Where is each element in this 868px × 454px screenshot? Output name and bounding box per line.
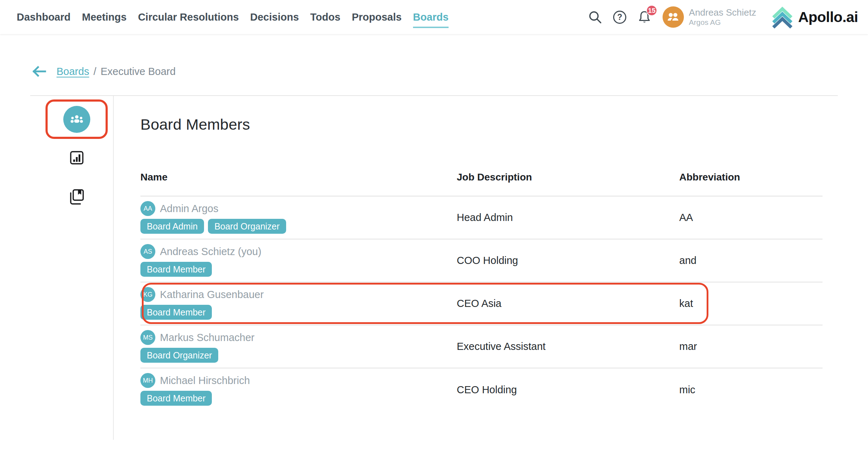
table-row-andreas-schietz[interactable]: AS Andreas Schietz (you) Board Member CO… xyxy=(140,239,823,282)
poll-chart-icon xyxy=(70,150,84,165)
content-area: Board Members Name Job Description Abbre… xyxy=(30,96,838,440)
role-badge: Board Organizer xyxy=(140,348,218,363)
nav-boards[interactable]: Boards xyxy=(413,6,449,28)
nav-circular-resolutions[interactable]: Circular Resolutions xyxy=(138,6,239,28)
job-description: COO Holding xyxy=(457,239,679,282)
member-name: Katharina Gusenbauer xyxy=(160,289,264,301)
column-name: Name xyxy=(140,172,457,183)
apollo-logo-mark xyxy=(771,6,794,28)
member-name: Michael Hirschbrich xyxy=(160,375,250,387)
member-name: Admin Argos xyxy=(160,203,218,215)
board-books-icon xyxy=(69,189,85,205)
table-row-markus-schumacher[interactable]: MS Markus Schumacher Board Organizer Exe… xyxy=(140,325,823,368)
column-abbreviation: Abbreviation xyxy=(679,172,823,183)
role-badge: Board Member xyxy=(140,391,212,406)
bell-icon[interactable]: 15 xyxy=(637,9,652,25)
avatar: AS xyxy=(140,244,155,259)
main-nav: Dashboard Meetings Circular Resolutions … xyxy=(17,6,449,28)
members-table: Name Job Description Abbreviation AA Adm… xyxy=(140,172,823,411)
role-badge: Board Admin xyxy=(140,219,204,234)
table-row-michael-hirschbrich[interactable]: MH Michael Hirschbrich Board Member CEO … xyxy=(140,368,823,411)
search-icon[interactable] xyxy=(588,10,602,25)
abbreviation: mar xyxy=(679,325,823,368)
column-job-description: Job Description xyxy=(457,172,679,183)
member-name: Markus Schumacher xyxy=(160,332,254,344)
user-info: Andreas Schietz Argos AG xyxy=(689,7,756,27)
breadcrumb: Boards / Executive Board xyxy=(30,61,838,82)
user-organization: Argos AG xyxy=(689,18,756,27)
avatar: KG xyxy=(140,287,155,302)
help-icon[interactable]: ? xyxy=(613,11,626,24)
nav-decisions[interactable]: Decisions xyxy=(250,6,299,28)
page-title: Board Members xyxy=(140,116,838,133)
apollo-logo: Apollo.ai xyxy=(771,6,858,28)
nav-dashboard[interactable]: Dashboard xyxy=(17,6,70,28)
table-header: Name Job Description Abbreviation xyxy=(140,172,823,196)
avatar: AA xyxy=(140,201,155,216)
back-arrow-icon[interactable] xyxy=(30,64,47,79)
user-avatar-icon xyxy=(663,6,684,28)
role-badge: Board Organizer xyxy=(208,219,286,234)
nav-proposals[interactable]: Proposals xyxy=(352,6,402,28)
role-badge: Board Member xyxy=(140,305,212,320)
job-description: Executive Assistant xyxy=(457,325,679,368)
sidebar-item-board-books[interactable] xyxy=(45,189,108,205)
notification-badge: 15 xyxy=(646,5,657,16)
job-description: CEO Asia xyxy=(457,282,679,325)
sidebar-item-statistics[interactable] xyxy=(45,150,108,165)
user-menu[interactable]: Andreas Schietz Argos AG xyxy=(663,6,756,28)
member-name: Andreas Schietz (you) xyxy=(160,246,261,258)
breadcrumb-separator: / xyxy=(93,66,96,77)
abbreviation: AA xyxy=(679,196,823,239)
breadcrumb-current: Executive Board xyxy=(101,66,176,77)
job-description: Head Admin xyxy=(457,196,679,239)
logo-text: Apollo.ai xyxy=(798,9,858,26)
nav-todos[interactable]: Todos xyxy=(310,6,341,28)
top-bar: Dashboard Meetings Circular Resolutions … xyxy=(0,0,868,34)
board-members-icon xyxy=(69,112,84,127)
board-members-panel: Board Members Name Job Description Abbre… xyxy=(114,96,838,440)
abbreviation: and xyxy=(679,239,823,282)
board-sidebar xyxy=(30,96,114,440)
breadcrumb-boards-link[interactable]: Boards xyxy=(57,66,89,77)
annotation-box-sidebar xyxy=(45,99,108,139)
abbreviation: mic xyxy=(679,368,823,411)
avatar: MS xyxy=(140,330,155,345)
sidebar-item-members[interactable] xyxy=(63,106,90,133)
top-bar-actions: ? 15 Andreas Schietz Argos AG xyxy=(588,6,858,28)
user-name: Andreas Schietz xyxy=(689,7,756,18)
role-badge: Board Member xyxy=(140,262,212,277)
avatar: MH xyxy=(140,373,155,388)
table-row-admin-argos[interactable]: AA Admin Argos Board Admin Board Organiz… xyxy=(140,196,823,239)
abbreviation: kat xyxy=(679,282,823,325)
nav-meetings[interactable]: Meetings xyxy=(82,6,127,28)
table-row-katharina-gusenbauer[interactable]: KG Katharina Gusenbauer Board Member CEO… xyxy=(140,282,823,325)
job-description: CEO Holding xyxy=(457,368,679,411)
